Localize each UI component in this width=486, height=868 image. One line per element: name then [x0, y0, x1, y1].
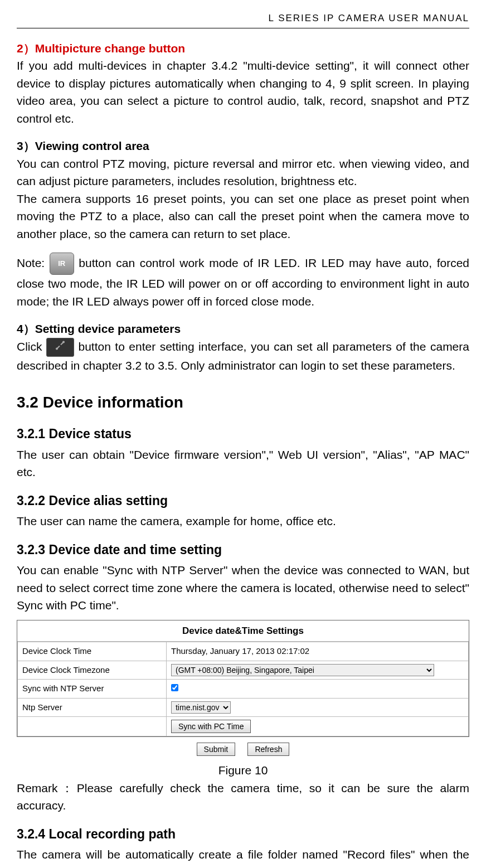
row-label: Device Clock Time: [18, 642, 167, 661]
section-3-label: 3）Viewing control area: [17, 139, 149, 152]
wrench-screwdriver-icon: [55, 340, 66, 355]
settings-tools-icon: [46, 338, 74, 357]
table-row: Sync with PC Time: [18, 717, 469, 736]
row-value: Sync with PC Time: [166, 717, 468, 736]
body-3-2-2: The user can name the camera, example fo…: [17, 512, 469, 530]
svg-point-0: [56, 347, 58, 350]
remark-text: Remark：Please carefully check the camera…: [17, 779, 469, 814]
section-3-body2: The camera supports 16 preset points, yo…: [17, 190, 469, 243]
click-prefix: Click: [17, 340, 46, 353]
heading-3-2-2: 3.2.2 Device alias setting: [17, 491, 469, 511]
body-3-2-3: You can enable "Sync with NTP Server" wh…: [17, 561, 469, 614]
heading-3-2: 3.2 Device information: [17, 391, 469, 414]
note-suffix: button can control work mode of IR LED. …: [17, 256, 469, 308]
row-label-empty: [18, 717, 167, 736]
row-label: Sync with NTP Server: [18, 680, 167, 699]
heading-3-2-1: 3.2.1 Device status: [17, 424, 469, 444]
section-4: 4）Setting device parameters: [17, 320, 469, 338]
table-row: Sync with NTP Server: [18, 680, 469, 699]
click-suffix: button to enter setting interface, you c…: [17, 340, 469, 372]
figure-button-row: Submit Refresh: [17, 737, 469, 758]
ir-icon: IR: [50, 253, 74, 275]
submit-button[interactable]: Submit: [197, 743, 236, 756]
section-3: 3）Viewing control area: [17, 137, 469, 155]
page-header: L SERIES IP CAMERA USER MANUAL: [17, 11, 469, 28]
section-2-body: If you add multi-devices in chapter 3.4.…: [17, 57, 469, 127]
body-3-2-4: The camera will be automatically create …: [17, 846, 469, 868]
figure-10-title: Device date&Time Settings: [17, 620, 469, 642]
row-label: Device Clock Timezone: [18, 661, 167, 680]
section-3-body1: You can control PTZ moving, picture reve…: [17, 155, 469, 190]
row-value: time.nist.gov: [166, 698, 468, 717]
table-row: Device Clock Time Thursday, January 17, …: [18, 642, 469, 661]
refresh-button[interactable]: Refresh: [247, 743, 289, 756]
sync-ntp-checkbox[interactable]: [171, 684, 178, 691]
ir-icon-label: IR: [58, 258, 65, 269]
body-3-2-1: The user can obtain "Device firmware ver…: [17, 446, 469, 481]
section-3-note: Note: IR button can control work mode of…: [17, 253, 469, 310]
svg-point-1: [62, 341, 65, 343]
section-2-label: 2）Multipicture change button: [17, 42, 185, 55]
note-prefix: Note:: [17, 256, 50, 269]
sync-pc-time-button[interactable]: Sync with PC Time: [171, 720, 251, 733]
section-2: 2）Multipicture change button: [17, 40, 469, 57]
row-value: [166, 680, 468, 699]
heading-3-2-3: 3.2.3 Device date and time setting: [17, 540, 469, 560]
figure-10-caption: Figure 10: [17, 762, 469, 779]
row-value: Thursday, January 17, 2013 02:17:02: [166, 642, 468, 661]
settings-table: Device Clock Time Thursday, January 17, …: [17, 642, 469, 736]
ntp-server-select[interactable]: time.nist.gov: [171, 701, 231, 714]
row-label: Ntp Server: [18, 698, 167, 717]
figure-10-panel: Device date&Time Settings Device Clock T…: [17, 620, 469, 738]
row-value: (GMT +08:00) Beijing, Singapore, Taipei: [166, 661, 468, 680]
timezone-select[interactable]: (GMT +08:00) Beijing, Singapore, Taipei: [171, 664, 435, 676]
table-row: Ntp Server time.nist.gov: [18, 698, 469, 717]
table-row: Device Clock Timezone (GMT +08:00) Beiji…: [18, 661, 469, 680]
heading-3-2-4: 3.2.4 Local recording path: [17, 825, 469, 844]
section-4-body: Click button to enter setting interface,…: [17, 338, 469, 375]
section-4-label: 4）Setting device parameters: [17, 322, 181, 335]
